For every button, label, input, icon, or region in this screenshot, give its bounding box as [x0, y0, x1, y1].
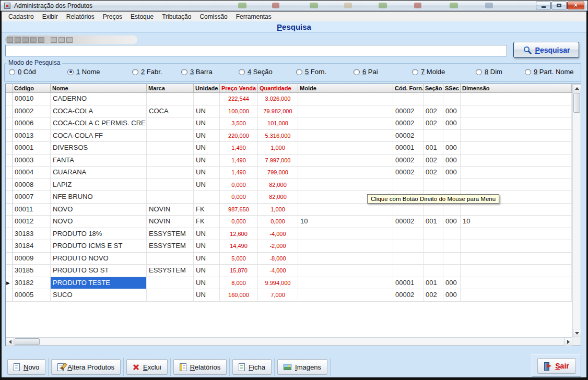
- cell-secao[interactable]: [424, 265, 443, 277]
- table-row[interactable]: 00009PRODUTO NOVOUN5,000-8,000: [6, 253, 572, 265]
- cell-nome[interactable]: SUCO: [51, 289, 147, 302]
- menu-item-relatorios[interactable]: Relatórios: [62, 12, 99, 21]
- horizontal-scroll-thumb[interactable]: [15, 338, 40, 345]
- cell-codigo[interactable]: 00001: [13, 142, 51, 155]
- cell-ssec[interactable]: [443, 228, 461, 241]
- cell-unidade[interactable]: UN: [194, 253, 220, 265]
- cell-dim[interactable]: [461, 130, 572, 142]
- cell-preco[interactable]: 1,490: [220, 167, 258, 179]
- cell-preco[interactable]: 0,000: [220, 179, 258, 192]
- radio-option-nome[interactable]: 1 Nome: [67, 68, 100, 76]
- cell-qtd[interactable]: -4,000: [258, 265, 298, 277]
- cell-ssec[interactable]: [443, 204, 461, 216]
- cell-nome[interactable]: NOVO: [51, 216, 147, 228]
- scroll-right-button[interactable]: [564, 338, 572, 346]
- horizontal-scrollbar[interactable]: [6, 337, 572, 346]
- cell-secao[interactable]: 002: [424, 155, 443, 167]
- cell-molde[interactable]: [298, 155, 393, 167]
- row-indicator[interactable]: [6, 228, 13, 241]
- column-header-ssec[interactable]: SSec: [443, 84, 461, 92]
- cell-forn[interactable]: 00001: [393, 277, 424, 290]
- cell-qtd[interactable]: 1,000: [258, 204, 298, 216]
- row-indicator[interactable]: [6, 253, 13, 265]
- cell-dim[interactable]: [461, 179, 572, 192]
- cell-preco[interactable]: 15,870: [220, 265, 258, 277]
- cell-marca[interactable]: [147, 142, 194, 155]
- menu-item-ferramentas[interactable]: Ferramentas: [232, 12, 276, 21]
- cell-codigo[interactable]: 00012: [13, 216, 51, 228]
- cell-preco[interactable]: 222,544: [220, 93, 258, 105]
- table-row[interactable]: 00008LAPIZUN0,00082,000: [6, 179, 572, 192]
- radio-option-molde[interactable]: 7 Molde: [412, 68, 445, 76]
- cell-qtd[interactable]: -8,000: [258, 253, 298, 265]
- cell-qtd[interactable]: 3.026,000: [258, 93, 298, 105]
- altera-produtos-button[interactable]: Altera Produtos: [51, 359, 121, 375]
- cell-codigo[interactable]: 30185: [13, 265, 51, 277]
- cell-preco[interactable]: 5,000: [220, 253, 258, 265]
- cell-dim[interactable]: [461, 117, 572, 130]
- cell-ssec[interactable]: 000: [443, 142, 461, 155]
- column-header-nome[interactable]: Nome: [51, 84, 147, 92]
- menu-item-precos[interactable]: Preços: [99, 12, 126, 21]
- cell-molde[interactable]: [298, 289, 393, 302]
- table-row[interactable]: 30183PRODUTO 18%ESSYSTEMUN12,600-4,000: [6, 228, 572, 241]
- cell-unidade[interactable]: UN: [194, 167, 220, 179]
- table-row[interactable]: 30185PRODUTO SO STESSYSTEMUN15,870-4,000: [6, 265, 572, 277]
- table-row[interactable]: 00002COCA-COLACOCAUN100,00079.982,000000…: [6, 105, 572, 118]
- table-row[interactable]: ▶30182PRODUTO TESTEUN8,0009.994,00000001…: [6, 277, 572, 290]
- row-indicator[interactable]: [6, 289, 13, 302]
- cell-molde[interactable]: [298, 228, 393, 241]
- cell-dim[interactable]: [461, 204, 572, 216]
- radio-option-dim[interactable]: 8 Dim: [476, 68, 502, 76]
- menu-item-exibir[interactable]: Exibir: [38, 12, 62, 21]
- cell-nome[interactable]: COCA-COLA C PERMIS. CRED: [51, 117, 147, 130]
- cell-secao[interactable]: [424, 93, 443, 105]
- cell-qtd[interactable]: 799,000: [258, 167, 298, 179]
- pesquisar-button[interactable]: Pesquisar: [513, 42, 579, 58]
- cell-dim[interactable]: [461, 289, 572, 302]
- row-indicator[interactable]: [6, 216, 13, 228]
- cell-secao[interactable]: [424, 240, 443, 253]
- cell-marca[interactable]: ESSYSTEM: [147, 265, 194, 277]
- cell-secao[interactable]: 002: [424, 289, 443, 302]
- cell-preco[interactable]: 8,000: [220, 277, 258, 290]
- cell-dim[interactable]: [461, 93, 572, 105]
- cell-qtd[interactable]: 101,000: [258, 117, 298, 130]
- cell-dim[interactable]: [461, 167, 572, 179]
- cell-unidade[interactable]: FK: [194, 216, 220, 228]
- cell-unidade[interactable]: UN: [194, 228, 220, 241]
- cell-marca[interactable]: ESSYSTEM: [147, 240, 194, 253]
- cell-secao[interactable]: 002: [424, 117, 443, 130]
- cell-ssec[interactable]: [443, 253, 461, 265]
- novo-button[interactable]: Novo: [7, 359, 45, 375]
- row-indicator[interactable]: [6, 265, 13, 277]
- cell-molde[interactable]: [298, 93, 393, 105]
- cell-qtd[interactable]: 5.316,000: [258, 130, 298, 142]
- cell-marca[interactable]: ESSYSTEM: [147, 228, 194, 241]
- cell-molde[interactable]: [298, 240, 393, 253]
- table-row[interactable]: 00004GUARANAUN1,490799,00000002002000: [6, 167, 572, 179]
- column-header-dim[interactable]: Dimensão: [461, 84, 572, 92]
- cell-preco[interactable]: 0,000: [220, 216, 258, 228]
- cell-marca[interactable]: [147, 289, 194, 302]
- cell-secao[interactable]: 001: [424, 142, 443, 155]
- cell-forn[interactable]: 00002: [393, 167, 424, 179]
- cell-preco[interactable]: 12,600: [220, 228, 258, 241]
- table-row[interactable]: 00011NOVONOVINFK987,6501,000: [6, 204, 572, 216]
- cell-marca[interactable]: [147, 117, 194, 130]
- cell-unidade[interactable]: UN: [194, 117, 220, 130]
- maximize-button[interactable]: [551, 2, 567, 9]
- radio-option-cod[interactable]: 0 Cód: [9, 68, 36, 76]
- cell-nome[interactable]: PRODUTO TESTE: [51, 277, 147, 290]
- table-row[interactable]: 30184PRODUTO ICMS E STESSYSTEMUN14,490-2…: [6, 240, 572, 253]
- cell-unidade[interactable]: FK: [194, 204, 220, 216]
- cell-forn[interactable]: [393, 93, 424, 105]
- cell-unidade[interactable]: UN: [194, 277, 220, 290]
- cell-molde[interactable]: [298, 179, 393, 192]
- table-row[interactable]: 00003FANTAUN1,4907.997,00000002002000: [6, 155, 572, 167]
- cell-marca[interactable]: [147, 93, 194, 105]
- table-row[interactable]: 00006COCA-COLA C PERMIS. CREDUN3,500101,…: [6, 117, 572, 130]
- table-row[interactable]: 00010CADERNO222,5443.026,000: [6, 93, 572, 105]
- cell-secao[interactable]: 002: [424, 167, 443, 179]
- cell-secao[interactable]: [424, 253, 443, 265]
